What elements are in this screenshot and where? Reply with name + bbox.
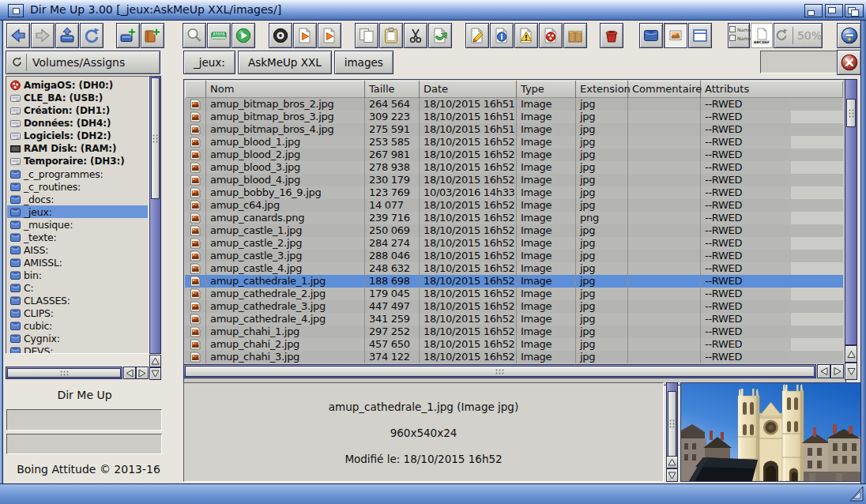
breadcrumb-1[interactable]: _jeux: xyxy=(183,51,235,74)
search-button[interactable] xyxy=(183,23,206,48)
file-row-amup_blood_1.jpg[interactable]: amup_blood_1.jpg253 58518/10/2015 16h52I… xyxy=(185,136,843,149)
volume-item-c-routines[interactable]: _c_routines: xyxy=(7,180,148,193)
volume-item-jeux[interactable]: _jeux: xyxy=(7,205,148,218)
file-row-amup_canards.png[interactable]: amup_canards.png239 71618/10/2015 16h52I… xyxy=(185,212,843,224)
file-row-amup_cathedrale_4.jpg[interactable]: amup_cathedrale_4.jpg341 25918/10/2015 1… xyxy=(185,313,843,325)
paste-button[interactable] xyxy=(379,23,403,48)
volume-item-ram-disk-ram[interactable]: RAM Disk: (RAM:) xyxy=(7,142,148,155)
help-button[interactable] xyxy=(837,23,861,48)
volume-item-c-programmes[interactable]: _c_programmes: xyxy=(7,167,148,180)
file-row-amup_chahi_1.jpg[interactable]: amup_chahi_1.jpg297 25218/10/2015 16h52I… xyxy=(185,325,843,338)
file-row-amup_blood_3.jpg[interactable]: amup_blood_3.jpg278 93818/10/2015 16h52I… xyxy=(185,161,843,174)
archive-button[interactable] xyxy=(563,23,587,48)
file-row-amup_bitmap_bros_2.jpg[interactable]: amup_bitmap_bros_2.jpg264 56418/10/2015 … xyxy=(185,98,843,111)
record-button[interactable] xyxy=(269,23,292,48)
volumes-vscroll-thumb[interactable] xyxy=(151,77,160,199)
close-gadget[interactable] xyxy=(8,4,24,17)
drawer-view-button[interactable] xyxy=(639,23,663,48)
volume-item-musique[interactable]: _musique: xyxy=(7,218,148,231)
file-row-amup_cathedrale_3.jpg[interactable]: amup_cathedrale_3.jpg447 49718/10/2015 1… xyxy=(185,300,843,313)
volume-item-classes[interactable]: CLASSES: xyxy=(7,294,148,307)
cut-button[interactable] xyxy=(404,23,427,48)
files-scroll-down-button[interactable] xyxy=(845,363,857,380)
files-vscrollbar[interactable] xyxy=(845,79,857,345)
files-hscroll-thumb[interactable] xyxy=(185,366,815,377)
duplicate-button[interactable] xyxy=(428,23,452,48)
volumes-hscroll-thumb[interactable] xyxy=(7,368,121,378)
volumes-vscrollbar[interactable] xyxy=(149,76,161,354)
window-view-button[interactable] xyxy=(688,23,712,48)
back-button[interactable] xyxy=(6,23,30,48)
volume-item-amigaos-dh0[interactable]: AmigaOS: (DH0:) xyxy=(7,79,148,92)
volume-item-aiss[interactable]: AISS: xyxy=(7,243,148,256)
copy-button[interactable] xyxy=(355,23,378,48)
zoom-control[interactable]: 50% xyxy=(774,23,823,48)
file-row-amup_cathedrale_2.jpg[interactable]: amup_cathedrale_2.jpg179 04518/10/2015 1… xyxy=(185,288,843,300)
info-vscroll-thumb[interactable] xyxy=(668,391,676,457)
column-header-type[interactable]: Type xyxy=(517,81,576,98)
volume-item-clips[interactable]: CLIPS: xyxy=(7,307,148,319)
volumes-scroll-right-button[interactable] xyxy=(136,367,149,379)
new-drawer-button[interactable] xyxy=(116,23,140,48)
volume-item-logiciels-dh2[interactable]: Logiciels: (DH2:) xyxy=(7,130,148,142)
volume-item-c[interactable]: C: xyxy=(7,281,148,294)
play-button[interactable] xyxy=(232,23,255,48)
file-row-amup_castle_2.jpg[interactable]: amup_castle_2.jpg284 27418/10/2015 16h52… xyxy=(185,237,843,250)
volumes-assigns-header[interactable]: Volumes/Assigns xyxy=(6,51,160,74)
status-field-1[interactable] xyxy=(6,409,162,431)
files-hscrollbar[interactable] xyxy=(183,364,816,378)
trash-button[interactable] xyxy=(600,23,623,48)
edit-button[interactable] xyxy=(465,23,489,48)
info-scroll-up-button[interactable] xyxy=(666,456,678,468)
volumes-scroll-up-button[interactable] xyxy=(149,355,161,367)
measure-button[interactable] xyxy=(207,23,231,48)
file-row-amup_chahi_2.jpg[interactable]: amup_chahi_2.jpg457 65018/10/2015 16h52I… xyxy=(185,338,843,351)
titlebar[interactable]: Dir Me Up 3.00 [_jeux:AskMeUp XXL/images… xyxy=(0,0,866,21)
volume-item-amissl[interactable]: AMISSL: xyxy=(7,256,148,269)
volume-item-cr-ation-dh1[interactable]: Création: (DH1:) xyxy=(7,104,148,117)
file-row-amup_blood_4.jpg[interactable]: amup_blood_4.jpg230 17918/10/2015 16h52I… xyxy=(185,174,843,186)
volume-item-temporaire-dh3[interactable]: Temporaire: (DH3:) xyxy=(7,155,148,167)
file-row-amup_castle_3.jpg[interactable]: amup_castle_3.jpg288 04618/10/2015 16h52… xyxy=(185,250,843,262)
breadcrumb-2[interactable]: AskMeUp XXL xyxy=(238,51,332,74)
file-row-amup_blood_2.jpg[interactable]: amup_blood_2.jpg267 98118/10/2015 16h52I… xyxy=(185,149,843,161)
volume-item-docs[interactable]: _docs: xyxy=(7,193,148,205)
parent-button[interactable] xyxy=(55,23,79,48)
ascii-view-button[interactable]: ABCDEF xyxy=(751,23,773,48)
file-row-amup_bobby_16_9.jpg[interactable]: amup_bobby_16_9.jpg123 76910/03/2016 14h… xyxy=(185,186,843,199)
file-row-amup_castle_4.jpg[interactable]: amup_castle_4.jpg248 63218/10/2015 16h52… xyxy=(185,262,843,275)
volumes-list[interactable]: AmigaOS: (DH0:)CLE_BA: (USB:)Création: (… xyxy=(6,76,149,354)
refresh-button[interactable] xyxy=(80,23,104,48)
volume-item-cle-ba-usb[interactable]: CLE_BA: (USB:) xyxy=(7,92,148,104)
clear-filter-button[interactable] xyxy=(837,50,861,75)
status-field-2[interactable] xyxy=(6,434,162,454)
column-header-taille[interactable]: Taille xyxy=(365,81,420,98)
volumes-scroll-down-button[interactable] xyxy=(149,367,161,380)
files-scroll-left-button[interactable] xyxy=(817,364,830,378)
files-vscroll-thumb[interactable] xyxy=(846,99,856,127)
column-header-commentaire[interactable]: Commentaire xyxy=(628,81,701,98)
column-header-icon[interactable] xyxy=(185,81,206,98)
files-scroll-right-button[interactable] xyxy=(830,364,844,378)
file-row-amup_chahi_3.jpg[interactable]: amup_chahi_3.jpg374 12218/10/2015 16h52I… xyxy=(185,351,843,363)
forward-button[interactable] xyxy=(31,23,55,48)
file-row-amup_bitmap_bros_4.jpg[interactable]: amup_bitmap_bros_4.jpg275 59118/10/2015 … xyxy=(185,123,843,136)
files-scroll-up-button[interactable] xyxy=(845,345,857,363)
file-row-amup_bitmap_bros_3.jpg[interactable]: amup_bitmap_bros_3.jpg309 22318/10/2015 … xyxy=(185,111,843,123)
zoom-gadget[interactable] xyxy=(825,4,843,17)
column-header-extension[interactable]: Extension xyxy=(576,81,628,98)
boing-file-button[interactable] xyxy=(539,23,563,48)
volume-item-cygnix[interactable]: Cygnix: xyxy=(7,332,148,344)
filter-input[interactable] xyxy=(760,51,838,73)
play-file-button[interactable] xyxy=(293,23,317,48)
resize-gadget[interactable] xyxy=(849,485,864,502)
new-book-button[interactable] xyxy=(141,23,164,48)
volumes-scroll-left-button[interactable] xyxy=(123,367,136,379)
volume-item-devs[interactable]: DEVS: xyxy=(7,344,148,354)
info-button[interactable] xyxy=(490,23,514,48)
info-scroll-down-button[interactable] xyxy=(666,468,678,482)
sort-names-button[interactable]: NameName xyxy=(728,23,750,48)
image-view-button[interactable] xyxy=(664,23,687,48)
volume-item-cubic[interactable]: cubic: xyxy=(7,319,148,332)
file-list[interactable]: NomTailleDateTypeExtensionCommentaireAtt… xyxy=(183,79,846,386)
